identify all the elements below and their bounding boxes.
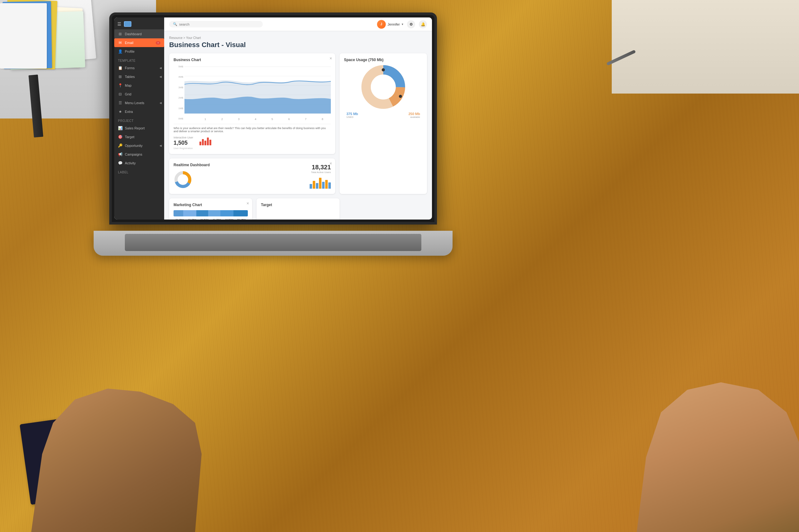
- realtime-close[interactable]: ×: [330, 161, 332, 166]
- sidebar-item-opportunity[interactable]: 🔑 Opportunity ◀: [114, 141, 164, 150]
- space-usage-card: Space Usage (750 Mb): [340, 53, 427, 194]
- business-chart-title: Business Chart: [174, 58, 331, 62]
- sidebar-item-sales-report[interactable]: 📊 Sales Report: [114, 124, 164, 133]
- hamburger-icon[interactable]: ☰: [117, 21, 122, 26]
- sidebar-item-extra[interactable]: ★ Extra: [114, 107, 164, 116]
- sidebar-item-email[interactable]: ✉ Email +: [114, 38, 164, 47]
- space-labels: 375 Mb USED 250 Mb available: [344, 112, 423, 118]
- realtime-title: Realtime Dashboard: [174, 163, 249, 167]
- email-icon: ✉: [118, 40, 122, 45]
- opportunity-icon: 🔑: [118, 144, 122, 148]
- line-area-chart: [184, 65, 331, 115]
- grid-icon: ⊟: [118, 92, 122, 96]
- notification-button[interactable]: 🔔: [419, 20, 427, 28]
- user-info[interactable]: J Jennifer ▾: [377, 20, 403, 29]
- svg-point-9: [371, 75, 396, 99]
- settings-button[interactable]: ⚙: [407, 20, 415, 28]
- donut-chart: [361, 65, 405, 109]
- campaigns-icon: 📢: [118, 152, 122, 156]
- mini-bar-2: [202, 139, 204, 145]
- marketing-chart-card: Marketing Chart ×: [169, 198, 252, 220]
- interactive-user-section: Who is your audience and what are their …: [174, 124, 331, 150]
- pct-2: 43.75%: [188, 218, 196, 220]
- r-bar-4: [319, 178, 322, 189]
- target-label: Target: [125, 135, 134, 139]
- target-card: Target: [257, 198, 340, 220]
- sidebar-header: ☰: [114, 17, 164, 30]
- user-stat-sub: User Registration: [174, 147, 193, 150]
- section-template: Template: [114, 56, 164, 63]
- svg-point-10: [382, 68, 385, 71]
- activity-label: Activity: [125, 161, 136, 165]
- tables-icon: ⊞: [118, 75, 122, 79]
- sidebar-item-activity[interactable]: 💬 Activity: [114, 159, 164, 168]
- campaigns-label: Campaigns: [125, 152, 142, 156]
- top-right-surface: [612, 0, 799, 94]
- marketing-stacked-bar: [174, 210, 248, 216]
- app-container: ☰ ⊞ Dashboard ✉ Email +: [114, 17, 432, 220]
- realtime-dashboard-card: Realtime Dashboard ×: [169, 158, 335, 194]
- sidebar-item-map[interactable]: 📍 Map: [114, 81, 164, 90]
- pct-4: 41.25%: [213, 218, 221, 220]
- profile-icon: 👤: [118, 49, 122, 54]
- stats-row: Interactive User 1,505 User Registration: [174, 136, 331, 150]
- sidebar-item-campaigns[interactable]: 📢 Campaigns: [114, 150, 164, 159]
- mini-bar-3: [204, 141, 206, 145]
- chart-svg-container: 1 2 3 4 5 6 7 8: [184, 65, 331, 121]
- user-dropdown-icon[interactable]: ▾: [402, 22, 403, 26]
- sidebar-item-tables[interactable]: ⊞ Tables ◀: [114, 72, 164, 81]
- sidebar-item-profile[interactable]: 👤 Profile: [114, 47, 164, 56]
- grid-label: Grid: [125, 92, 131, 96]
- sidebar-logo: [124, 21, 131, 27]
- laptop-screen-outer: ☰ ⊞ Dashboard ✉ Email +: [109, 13, 437, 225]
- main-content: 🔍 J Jennifer ▾: [164, 17, 432, 220]
- opportunity-label: Opportunity: [125, 144, 143, 148]
- activity-icon: 💬: [118, 161, 122, 165]
- business-chart-close[interactable]: ×: [330, 56, 332, 61]
- map-label: Map: [125, 83, 131, 87]
- realtime-donut: [174, 170, 192, 189]
- dashboard-icon: ⊞: [118, 32, 122, 36]
- sidebar-item-dashboard[interactable]: ⊞ Dashboard: [114, 30, 164, 38]
- target-icon: 🎯: [118, 135, 122, 139]
- topbar-right: J Jennifer ▾ ⚙ 🔔: [377, 20, 427, 29]
- forms-icon: 📋: [118, 66, 122, 70]
- menu-levels-arrow: ◀: [160, 101, 162, 104]
- sidebar-item-menu-levels[interactable]: ☰ Menu Levels ◀: [114, 98, 164, 107]
- realtime-bars: [310, 176, 331, 189]
- bottom-row: Marketing Chart ×: [169, 198, 427, 220]
- segment-3: [196, 210, 208, 216]
- audience-question: Who is your audience and what are their …: [174, 127, 331, 133]
- mini-bar-4: [207, 137, 209, 145]
- email-badge: +: [156, 41, 160, 44]
- sidebar-item-forms[interactable]: 📋 Forms ◀: [114, 63, 164, 72]
- available-label: 250 Mb available: [408, 112, 420, 118]
- sidebar-item-grid[interactable]: ⊟ Grid: [114, 90, 164, 98]
- search-input[interactable]: [179, 22, 259, 26]
- notebook: [20, 416, 93, 505]
- laptop-base: [94, 231, 453, 256]
- realtime-left: Realtime Dashboard ×: [174, 163, 249, 190]
- segment-4: [208, 210, 221, 216]
- segment-6: [234, 210, 248, 216]
- laptop-keyboard: [125, 234, 421, 251]
- sidebar-item-target[interactable]: 🎯 Target: [114, 133, 164, 141]
- r-bar-6: [325, 180, 328, 189]
- sidebar: ☰ ⊞ Dashboard ✉ Email +: [114, 17, 164, 220]
- target-title: Target: [261, 203, 335, 207]
- y-axis: 5M$ 4M$ 3M$ 2M$ 1M$ 0M$: [174, 65, 184, 121]
- user-stat: Interactive User 1,505 User Registration: [174, 136, 193, 150]
- sales-report-label: Sales Report: [125, 126, 145, 130]
- sidebar-email-label: Email: [125, 41, 133, 44]
- sales-report-icon: 📊: [118, 126, 122, 130]
- tables-arrow: ◀: [160, 75, 162, 78]
- search-bar[interactable]: 🔍: [169, 21, 263, 27]
- realtime-sub: Total Active Users: [311, 171, 331, 174]
- menu-levels-icon: ☰: [118, 101, 122, 105]
- search-icon: 🔍: [173, 22, 177, 26]
- laptop-screen[interactable]: ☰ ⊞ Dashboard ✉ Email +: [114, 17, 432, 220]
- segment-1: [174, 210, 183, 216]
- marketing-close[interactable]: ×: [247, 201, 249, 206]
- forms-label: Forms: [125, 66, 134, 70]
- segment-5: [220, 210, 234, 216]
